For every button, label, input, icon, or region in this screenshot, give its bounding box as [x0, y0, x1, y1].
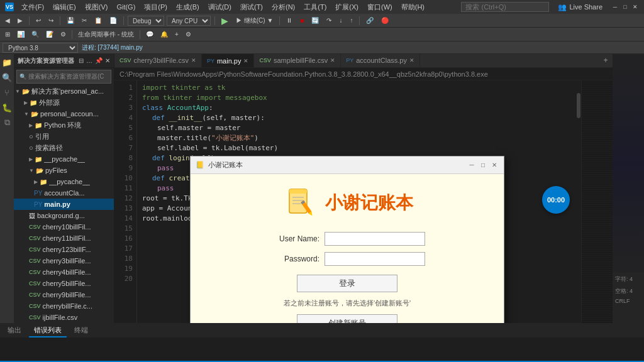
tree-csv2[interactable]: CSV cherry11billFil... [14, 233, 114, 244]
pause-button[interactable]: ⏸ [284, 16, 295, 25]
menu-test[interactable]: 测试(T) [236, 1, 267, 13]
username-input[interactable] [325, 232, 425, 246]
tool-btn-8[interactable]: 🔔 [158, 30, 170, 38]
tree-csv8[interactable]: CSV cherrybillFile.c... [14, 300, 114, 312]
menu-git[interactable]: Git(G) [113, 2, 139, 12]
tree-mainpy[interactable]: PY main.py [14, 199, 114, 210]
activity-extensions[interactable]: ⧉ [1, 117, 13, 128]
menu-build[interactable]: 生成(B) [172, 1, 203, 13]
password-input[interactable] [325, 252, 425, 266]
app-minimize-button[interactable]: ─ [467, 161, 476, 170]
tree-ref[interactable]: ○ 引用 [14, 131, 114, 142]
tree-pyfiles[interactable]: ▼ 📂 pyFiles [14, 165, 114, 176]
menu-view[interactable]: 视图(V) [81, 1, 112, 13]
login-button[interactable]: 登录 [297, 275, 397, 292]
tree-solution[interactable]: ▼ 📂 解决方案'personal_ac... [14, 85, 114, 97]
panel-tab-output[interactable]: 输出 [3, 324, 26, 337]
menu-extensions[interactable]: 扩展(X) [331, 1, 362, 13]
tool-btn-2[interactable]: 📊 [14, 30, 27, 38]
live-share-button[interactable]: 👥 Live Share [554, 3, 606, 11]
tab-close-cherry3[interactable]: ✕ [191, 57, 196, 63]
menu-tools[interactable]: 工具(T) [300, 1, 330, 13]
menu-debug[interactable]: 调试(D) [204, 1, 235, 13]
tree-csv1[interactable]: CSV cherry10billFil... [14, 221, 114, 233]
tree-pyenv[interactable]: ▶ 📁 Python 环境 [14, 119, 114, 131]
close-sidebar-icon[interactable]: ✕ [105, 57, 110, 64]
menu-analyze[interactable]: 分析(N) [268, 1, 299, 13]
undo-button[interactable]: ↩ [33, 16, 43, 25]
tree-csv4[interactable]: CSV cherry3billFile... [14, 255, 114, 266]
scrollbar-thumb[interactable] [577, 93, 580, 118]
tab-close-samplebill[interactable]: ✕ [330, 57, 335, 63]
tool-btn-6[interactable]: 生命周期事件 - 统统 [75, 30, 136, 40]
restart-button[interactable]: 🔄 [309, 16, 321, 25]
menu-help[interactable]: 帮助(H) [397, 1, 428, 13]
tab-cherry3[interactable]: CSV cherry3billFile.csv ✕ [114, 54, 202, 67]
tab-mainpy[interactable]: PY main.py ✕ [202, 54, 255, 67]
panel-tab-terminal[interactable]: 终端 [69, 324, 93, 337]
tree-csv7[interactable]: CSV cherry9billFile... [14, 289, 114, 300]
scrollbar-track[interactable] [576, 80, 581, 323]
tree-pycache[interactable]: ▶ 📁 __pycache__ [14, 153, 114, 165]
menu-file[interactable]: 文件(F) [18, 1, 48, 13]
activity-git[interactable]: ⑂ [1, 87, 13, 98]
global-search-input[interactable] [461, 2, 549, 12]
cut-button[interactable]: ✂ [79, 16, 89, 25]
settings-btn[interactable]: ⚙ [183, 30, 194, 38]
tree-searchpath[interactable]: ○ 搜索路径 [14, 142, 114, 153]
menu-project[interactable]: 项目(P) [140, 1, 171, 13]
save-button[interactable]: 💾 [64, 16, 77, 25]
activity-debug[interactable]: 🐛 [1, 102, 13, 113]
cpu-config-select[interactable]: Any CPU [167, 16, 211, 26]
app-maximize-button[interactable]: □ [479, 161, 487, 170]
paste-button[interactable]: 📄 [107, 16, 119, 25]
redo-button[interactable]: ↪ [46, 16, 56, 25]
menu-window[interactable]: 窗口(W) [364, 1, 396, 13]
run-config-button[interactable]: ▶ 继续(C) ▼ [233, 16, 275, 26]
tool-btn-7[interactable]: 💬 [143, 30, 156, 38]
tree-personal[interactable]: ▼ 📂 personal_accoun... [14, 108, 114, 119]
tree-csv5[interactable]: CSV cherry4billFile... [14, 266, 114, 278]
step-over-button[interactable]: ↷ [324, 16, 334, 25]
tree-csv3[interactable]: CSV cherry123billF... [14, 244, 114, 255]
step-into-button[interactable]: ↓ [336, 16, 345, 25]
editor-area[interactable]: 12345 678910 1112131415 1617181920 impor… [114, 80, 613, 323]
debug-config-select[interactable]: Debug [128, 16, 164, 26]
close-button[interactable]: ✕ [631, 3, 639, 11]
more-icon[interactable]: … [86, 57, 92, 64]
sidebar-search[interactable]: 🔍 搜索解决方案资源管理器(C [16, 70, 111, 84]
tab-samplebill[interactable]: CSV samplebillFile.csv ✕ [254, 54, 341, 67]
add-btn[interactable]: + [172, 30, 181, 38]
tab-close-accountclass[interactable]: ✕ [409, 57, 414, 63]
tool-btn-4[interactable]: 📝 [43, 30, 56, 38]
minimize-button[interactable]: ─ [611, 3, 619, 11]
python-interpreter-select[interactable]: Python 3.8 [3, 43, 78, 53]
tab-accountclass[interactable]: PY accountClass.py ✕ [341, 54, 420, 67]
menu-edit[interactable]: 编辑(E) [49, 1, 80, 13]
copy-button[interactable]: 📋 [92, 16, 104, 25]
collapse-icon[interactable]: ⊟ [79, 57, 84, 64]
tree-accountclass[interactable]: PY accountCla... [14, 187, 114, 199]
app-close-button[interactable]: ✕ [490, 161, 499, 170]
stop-button[interactable]: ■ [297, 16, 306, 25]
tool-btn-1[interactable]: ⊞ [3, 30, 13, 38]
python-app-window[interactable]: 📒 小谢记账本 ─ □ ✕ [190, 156, 504, 323]
tree-external[interactable]: ▶ 📁 外部源 [14, 97, 114, 108]
maximize-button[interactable]: □ [621, 3, 629, 11]
breakpoint-button[interactable]: 🔴 [379, 16, 391, 25]
create-account-button[interactable]: 创建新账号 [297, 314, 397, 323]
attach-button[interactable]: 🔗 [364, 16, 376, 25]
step-out-button[interactable]: ↑ [347, 16, 355, 25]
tree-pycache2[interactable]: ▶ 📁 __pycache__ [14, 176, 114, 187]
activity-search[interactable]: 🔍 [1, 72, 13, 83]
panel-tab-errors[interactable]: 错误列表 [29, 324, 67, 337]
back-button[interactable]: ◀ [3, 16, 13, 25]
tree-csv9[interactable]: CSV ijbillFile.csv [14, 312, 114, 323]
run-button[interactable]: ▶ [219, 16, 231, 26]
tree-csv6[interactable]: CSV cherry5billFile... [14, 278, 114, 289]
pin-icon[interactable]: 📌 [95, 57, 103, 64]
tree-background[interactable]: 🖼 background.g... [14, 210, 114, 221]
activity-explorer[interactable]: 📁 [1, 57, 13, 68]
tab-close-mainpy[interactable]: ✕ [243, 58, 248, 64]
tab-add-button[interactable]: + [599, 54, 613, 67]
